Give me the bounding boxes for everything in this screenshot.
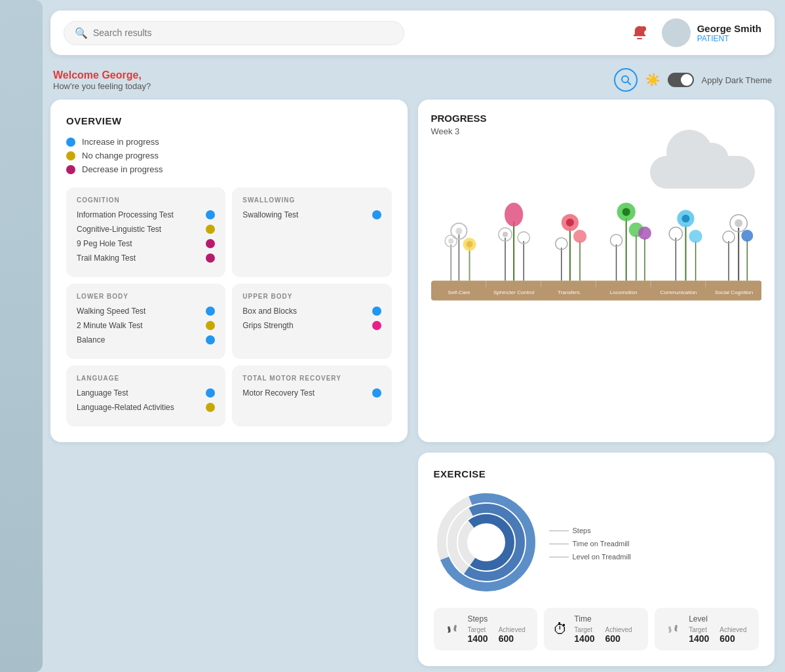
- time-label-text: Time: [574, 614, 632, 624]
- welcome-greeting: Welcome George,: [53, 69, 151, 81]
- sub-card-title: SWALLOWING: [242, 196, 381, 204]
- dark-theme-toggle[interactable]: [668, 73, 694, 87]
- steps-stat-box: Steps Target 1400 Achieved 600: [434, 608, 538, 650]
- sub-card-upper-body: UPPER BODYBox and BlocksGrips Strength: [232, 284, 391, 359]
- time-target-label: Target: [574, 626, 594, 633]
- time-values: Target 1400 Achieved 600: [574, 626, 632, 644]
- sub-card-item-dot: [372, 307, 381, 316]
- svg-point-46: [735, 219, 742, 227]
- sub-card-item: Grips Strength: [242, 321, 381, 330]
- svg-point-15: [504, 202, 522, 226]
- sun-icon: ☀️: [645, 73, 660, 87]
- svg-point-7: [455, 228, 462, 234]
- svg-text:Self-Care: Self-Care: [448, 289, 470, 295]
- time-label: Time on Treadmill: [573, 540, 630, 548]
- level-icon: [664, 620, 682, 639]
- user-info: George Smith PATIENT: [697, 23, 761, 43]
- sub-card-item: Motor Recovery Test: [242, 388, 381, 398]
- sub-card-total-motor-recovery: TOTAL MOTOR RECOVERYMotor Recovery Test: [232, 365, 391, 426]
- sub-card-item-label: Motor Recovery Test: [242, 388, 315, 398]
- search-input[interactable]: [93, 28, 393, 38]
- sub-card-item-label: Walking Speed Test: [77, 307, 145, 316]
- sub-card-item-label: 2 Minute Walk Test: [77, 321, 143, 330]
- sub-card-item-label: Grips Strength: [242, 321, 293, 330]
- svg-point-25: [573, 230, 586, 243]
- exercise-title: EXERCISE: [434, 468, 759, 479]
- svg-point-36: [638, 227, 651, 240]
- steps-target-val: 1400: [468, 633, 488, 644]
- sub-card-item-dot: [206, 321, 215, 330]
- notification-icon[interactable]: [628, 21, 651, 45]
- svg-rect-0: [637, 38, 642, 39]
- sub-card-item: Walking Speed Test: [77, 307, 215, 316]
- content-grid: OVERVIEW Increase in progress No change …: [50, 100, 775, 666]
- progress-title: PROGRESS: [431, 113, 762, 124]
- exercise-stats: Steps Target 1400 Achieved 600: [434, 608, 759, 650]
- steps-label-text: Steps: [468, 614, 526, 624]
- sub-card-item: 2 Minute Walk Test: [77, 321, 215, 330]
- svg-text:Transfers: Transfers: [557, 289, 579, 295]
- level-label-text: Level: [689, 614, 746, 624]
- donut-labels: Steps Time on Treadmill Level on Treadmi…: [549, 527, 631, 561]
- cloud-container: [431, 143, 762, 189]
- sub-card-item: Swallowing Test: [242, 210, 381, 219]
- svg-point-13: [466, 241, 472, 248]
- toggle-knob: [681, 74, 693, 86]
- search-bar[interactable]: 🔍: [64, 21, 404, 45]
- steps-achieved-val: 600: [499, 633, 526, 644]
- level-target: Target 1400: [689, 626, 709, 644]
- overview-legend: Increase in progress No change progress …: [66, 137, 392, 174]
- time-info: Time Target 1400 Achieved 600: [574, 614, 632, 644]
- sub-cards-grid: COGNITIONInformation Processing TestCogn…: [66, 187, 392, 426]
- theme-controls: ☀️ Apply Dark Theme: [614, 68, 772, 92]
- sub-card-item-dot: [372, 210, 381, 219]
- donut-label-level: Level on Treadmill: [549, 553, 631, 561]
- steps-label: Steps: [573, 527, 591, 534]
- legend-item-decrease: Decrease in progress: [66, 164, 392, 174]
- sub-card-item-label: 9 Peg Hole Test: [77, 239, 132, 248]
- avatar: [662, 18, 691, 47]
- sub-card-item: Language-Related Activities: [77, 403, 215, 412]
- donut-label-time: Time on Treadmill: [549, 540, 631, 548]
- sub-card-item: Box and Blocks: [242, 307, 381, 316]
- welcome-subtitle: How're you feeling today?: [53, 81, 151, 91]
- svg-point-39: [681, 215, 689, 223]
- svg-point-30: [622, 208, 630, 216]
- sub-card-item-dot: [206, 403, 215, 412]
- welcome-text: Welcome George, How're you feeling today…: [53, 69, 151, 91]
- steps-achieved-label: Achieved: [499, 626, 526, 633]
- svg-line-3: [628, 82, 630, 84]
- svg-text:Locomotion: Locomotion: [609, 289, 637, 295]
- time-achieved-label: Achieved: [605, 626, 632, 633]
- search-circle-button[interactable]: [614, 68, 638, 92]
- sub-card-item-label: Language Test: [77, 388, 128, 398]
- time-achieved: Achieved 600: [605, 626, 632, 644]
- sub-card-title: COGNITION: [77, 196, 215, 204]
- steps-icon: [443, 620, 461, 639]
- sub-card-swallowing: SWALLOWINGSwallowing Test: [232, 187, 391, 277]
- svg-text:Communication: Communication: [660, 289, 697, 295]
- donut-chart: [434, 490, 539, 597]
- sub-card-item: Information Processing Test: [77, 210, 215, 219]
- sub-card-language: LANGUAGELanguage TestLanguage-Related Ac…: [66, 365, 225, 426]
- sub-card-item-label: Language-Related Activities: [77, 403, 174, 412]
- donut-line: [549, 544, 569, 544]
- svg-point-18: [502, 232, 507, 237]
- level-target-label: Target: [689, 626, 709, 633]
- progress-card: PROGRESS Week 3: [418, 100, 775, 442]
- level-achieved-label: Achieved: [719, 626, 746, 633]
- legend-label-increase: Increase in progress: [82, 137, 159, 147]
- level-values: Target 1400 Achieved 600: [689, 626, 746, 644]
- sub-card-item: Cognitive-Linguistic Test: [77, 225, 215, 234]
- user-profile[interactable]: George Smith PATIENT: [662, 18, 761, 47]
- level-stat-box: Level Target 1400 Achieved 600: [655, 608, 759, 650]
- steps-info: Steps Target 1400 Achieved 600: [468, 614, 526, 644]
- sub-card-title: LANGUAGE: [77, 375, 215, 382]
- sub-card-item-dot: [206, 335, 215, 345]
- steps-target-label: Target: [468, 626, 488, 633]
- week-label: Week 3: [431, 126, 762, 136]
- user-role: PATIENT: [697, 34, 761, 43]
- svg-text:Sphincter Control: Sphincter Control: [493, 289, 534, 295]
- sub-card-title: UPPER BODY: [242, 293, 381, 300]
- header: 🔍 George Smith PATIENT: [50, 10, 775, 55]
